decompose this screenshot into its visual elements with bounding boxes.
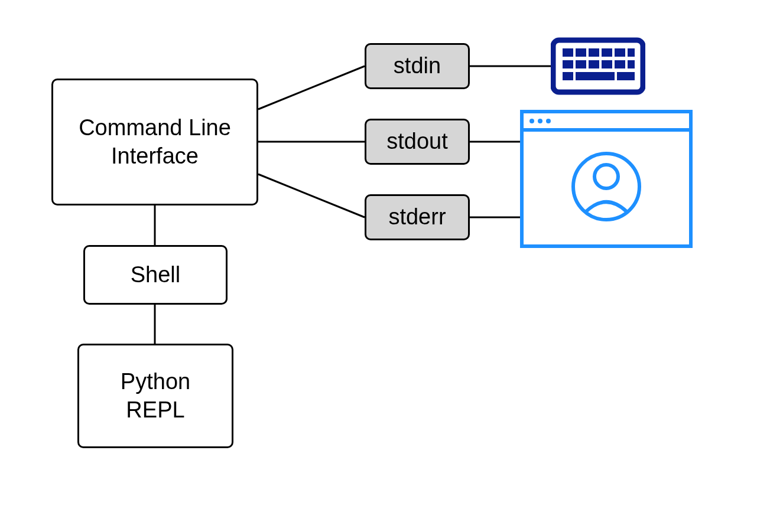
svg-rect-10 — [602, 60, 612, 68]
svg-rect-3 — [589, 48, 599, 57]
svg-rect-9 — [589, 60, 599, 68]
node-stdout: stdout — [365, 119, 470, 165]
diagram-canvas: Command LineInterface Shell PythonREPL s… — [0, 0, 770, 532]
node-shell-label: Shell — [131, 261, 181, 289]
node-cli: Command LineInterface — [51, 79, 258, 205]
svg-rect-15 — [617, 72, 635, 80]
svg-rect-7 — [563, 60, 573, 68]
svg-point-20 — [546, 119, 551, 123]
node-repl-label: PythonREPL — [121, 368, 190, 424]
edge-cli-stderr — [258, 174, 365, 217]
node-stderr-label: stderr — [388, 203, 446, 231]
svg-rect-5 — [615, 48, 625, 57]
svg-rect-4 — [602, 48, 612, 57]
svg-rect-16 — [522, 112, 691, 246]
svg-point-19 — [538, 119, 542, 123]
node-stdin: stdin — [365, 43, 470, 89]
node-shell: Shell — [83, 245, 228, 305]
svg-rect-11 — [615, 60, 625, 68]
svg-rect-8 — [576, 60, 586, 68]
svg-rect-12 — [628, 60, 635, 68]
node-repl: PythonREPL — [77, 344, 233, 448]
keyboard-icon — [551, 37, 645, 96]
svg-rect-1 — [563, 48, 573, 57]
svg-rect-14 — [576, 72, 615, 80]
node-stdin-label: stdin — [394, 52, 441, 80]
svg-rect-2 — [576, 48, 586, 57]
node-stderr: stderr — [365, 194, 470, 240]
node-stdout-label: stdout — [386, 128, 448, 156]
svg-rect-6 — [628, 48, 635, 57]
svg-point-22 — [594, 165, 618, 188]
svg-point-18 — [529, 119, 534, 123]
node-cli-label: Command LineInterface — [79, 114, 231, 170]
edge-cli-stdin — [258, 66, 365, 109]
svg-rect-13 — [563, 72, 573, 80]
terminal-user-window-icon — [520, 110, 693, 248]
